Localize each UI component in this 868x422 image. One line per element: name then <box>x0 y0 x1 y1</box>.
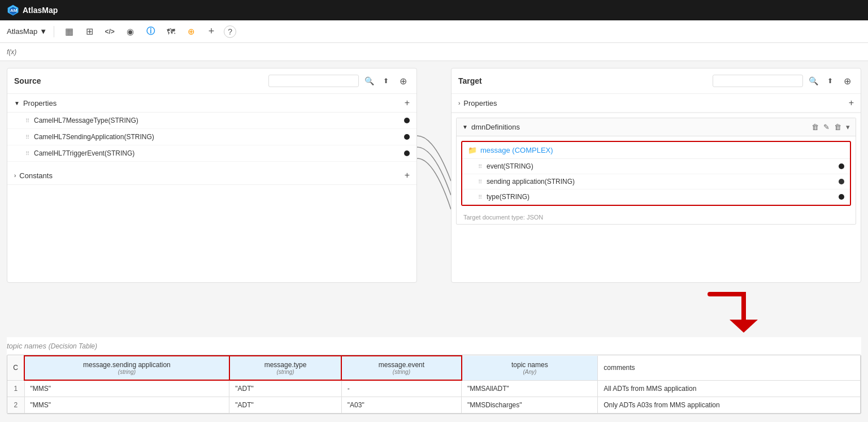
source-property-name-1: CamelHL7SendingApplication(STRING) <box>34 133 400 141</box>
source-constants-title: › Constants <box>14 171 53 180</box>
dt-col-comments: comments <box>598 356 861 380</box>
source-property-name-0: CamelHL7MessageType(STRING) <box>34 117 400 124</box>
source-constants-section[interactable]: › Constants + <box>7 166 416 185</box>
message-complex-title: message (COMPLEX) <box>480 146 553 154</box>
target-panel-title: Target <box>458 76 482 85</box>
target-panel: Target 🔍 ⬆ ⊕ › Properties + <box>451 68 861 283</box>
source-import-icon[interactable]: ⬆ <box>379 74 393 88</box>
formula-label: f(x) <box>7 48 16 56</box>
message-property-type: ⠿ type(STRING) <box>462 190 850 205</box>
code-view-button[interactable]: </> <box>102 24 118 40</box>
message-complex-box: 📁 message (COMPLEX) ⠿ event(STRING) ⠿ se… <box>461 141 851 206</box>
dt-subtitle-text: (Decision Table) <box>49 342 97 350</box>
map-button[interactable]: 🗺 <box>163 24 179 40</box>
source-constants-label: Constants <box>19 171 53 180</box>
target-properties-chevron: › <box>458 100 460 106</box>
dt-data-row-1: 1 "MMS" "ADT" - "MMSAllADT" All ADTs fro… <box>7 380 861 397</box>
source-properties-label: Properties <box>23 99 57 107</box>
source-properties-title: ▼ Properties <box>14 99 57 107</box>
source-constants-chevron: › <box>14 173 16 179</box>
eye-button[interactable]: ◉ <box>122 24 138 40</box>
dt-col-msg-type-type: (string) <box>236 369 336 375</box>
top-navbar: AM AtlasMap <box>0 0 868 20</box>
big-arrow-container <box>0 283 868 337</box>
target-import-icon[interactable]: ⬆ <box>823 74 837 88</box>
source-property-name-2: CamelHL7TriggerEvent(STRING) <box>34 149 400 157</box>
dt-row-1-msg-type: "ADT" <box>229 380 342 397</box>
target-search-input[interactable] <box>713 75 803 87</box>
dmn-header: ▼ dmnDefinitions 🗑 ✎ 🗑 ▾ <box>457 118 856 136</box>
dmn-definitions-section: ▼ dmnDefinitions 🗑 ✎ 🗑 ▾ 📁 message (COMP… <box>456 118 856 225</box>
target-panel-header: Target 🔍 ⬆ ⊕ <box>452 68 861 94</box>
source-property-item-1: ⠿ CamelHL7SendingApplication(STRING) <box>7 129 416 145</box>
dmn-delete-icon[interactable]: 🗑 <box>811 123 819 131</box>
dt-row-2-comments: Only ADTs A03s from MMS application <box>598 397 861 414</box>
doc-type-label: Target document type: JSON <box>457 210 856 224</box>
msg-property-name-0: event(STRING) <box>487 162 834 170</box>
source-property-item-2: ⠿ CamelHL7TriggerEvent(STRING) <box>7 145 416 162</box>
source-property-dot-0[interactable] <box>404 118 410 123</box>
source-property-dot-2[interactable] <box>404 150 410 156</box>
atlasmap-logo-icon: AM <box>7 4 19 16</box>
mapping-lines-svg <box>417 91 451 260</box>
toolbar-brand[interactable]: AtlasMap ▼ <box>7 27 47 36</box>
dmn-edit-icon[interactable]: ✎ <box>823 123 830 131</box>
toolbar-separator <box>54 26 54 37</box>
msg-property-name-2: type(STRING) <box>487 193 834 201</box>
panels-row: Source 🔍 ⬆ ⊕ ▼ Properties + ⠿ CamelHL7Me… <box>0 61 868 283</box>
source-panel-title: Source <box>14 76 41 85</box>
target-properties-section-header[interactable]: › Properties + <box>452 94 861 113</box>
drag-handle-icon: ⠿ <box>25 150 29 157</box>
dt-col-topic-names-label: topic names <box>468 361 592 369</box>
secondary-toolbar: AtlasMap ▼ ▦ ⊞ </> ◉ ⓘ 🗺 ⊕ + ? <box>0 20 868 43</box>
dt-row-2-topic-names: "MMSDischarges" <box>462 397 598 414</box>
msg-property-dot-2[interactable] <box>839 194 844 200</box>
main-content: Source 🔍 ⬆ ⊕ ▼ Properties + ⠿ CamelHL7Me… <box>0 61 868 422</box>
target-add-icon[interactable]: ⊕ <box>840 74 854 88</box>
dt-col-msg-sending-label: message.sending application <box>31 361 223 369</box>
dmn-title: ▼ dmnDefinitions <box>462 123 520 131</box>
info-button[interactable]: ⓘ <box>142 24 158 40</box>
source-property-dot-1[interactable] <box>404 134 410 140</box>
grid-view-button[interactable]: ▦ <box>61 24 77 40</box>
source-search-icon[interactable]: 🔍 <box>362 74 376 88</box>
source-constants-add-btn[interactable]: + <box>405 171 410 180</box>
target-search-icon[interactable]: 🔍 <box>806 74 820 88</box>
layers-button[interactable]: ⊕ <box>183 24 199 40</box>
dt-row-2-msg-type: "ADT" <box>229 397 342 414</box>
dt-row-1-num: 1 <box>7 380 24 397</box>
msg-property-dot-1[interactable] <box>839 179 844 184</box>
source-search-input[interactable] <box>268 75 359 87</box>
dmn-collapse-icon[interactable]: ▾ <box>846 123 850 131</box>
msg-property-name-1: sending application(STRING) <box>487 178 834 186</box>
dt-row-1-topic-names: "MMSAllADT" <box>462 380 598 397</box>
dt-col-msg-event: message.event (string) <box>341 356 461 380</box>
dt-row-1-msg-sending: "MMS" <box>24 380 229 397</box>
dt-table-element: C message.sending application (string) m… <box>7 355 861 414</box>
source-properties-section[interactable]: ▼ Properties + <box>7 94 416 113</box>
drag-handle-icon: ⠿ <box>478 179 482 185</box>
dmn-trash-icon[interactable]: 🗑 <box>834 123 841 131</box>
source-properties-add-btn[interactable]: + <box>405 98 410 107</box>
source-add-icon[interactable]: ⊕ <box>396 74 410 88</box>
brand-logo: AM AtlasMap <box>7 4 58 16</box>
add-button[interactable]: + <box>203 24 219 40</box>
help-button[interactable]: ? <box>224 25 236 38</box>
dt-header-row: C message.sending application (string) m… <box>7 356 861 380</box>
msg-property-dot-0[interactable] <box>839 163 844 169</box>
dt-col-msg-event-type: (string) <box>348 369 455 375</box>
source-property-item-0: ⠿ CamelHL7MessageType(STRING) <box>7 113 416 129</box>
target-properties-title: › Properties <box>458 99 497 107</box>
dt-row-1-msg-event: - <box>341 380 461 397</box>
dmn-chevron: ▼ <box>462 124 468 130</box>
drag-handle-icon: ⠿ <box>478 194 482 200</box>
target-properties-label: Properties <box>463 99 497 107</box>
target-properties-add-btn[interactable]: + <box>849 98 854 107</box>
folder-icon: 📁 <box>468 146 477 154</box>
table-view-button[interactable]: ⊞ <box>81 24 97 40</box>
message-property-sending: ⠿ sending application(STRING) <box>462 174 850 190</box>
connector-col <box>417 68 451 283</box>
dt-col-msg-sending: message.sending application (string) <box>24 356 229 380</box>
dt-col-msg-event-label: message.event <box>348 361 455 369</box>
svg-marker-3 <box>730 320 758 333</box>
